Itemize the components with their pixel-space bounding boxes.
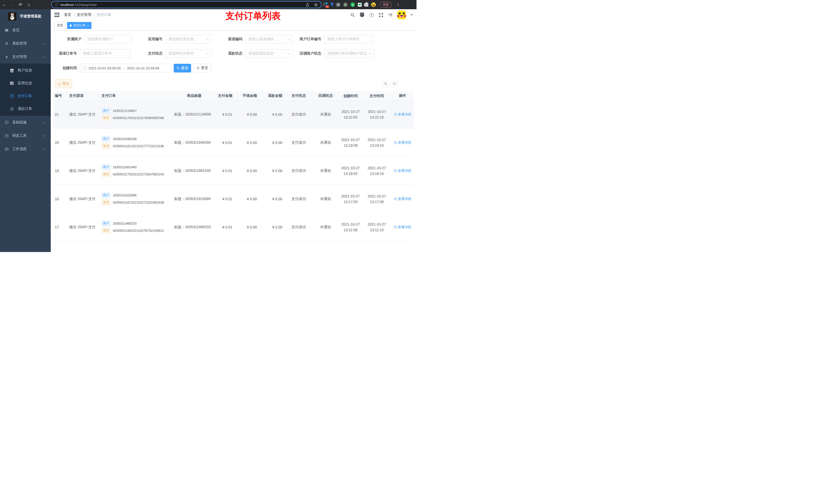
filter-app: 应用编号 请选择应用信息 bbox=[135, 35, 212, 44]
table-row: 18微信 JSAPI 支付商户1635311823086支付4200001167… bbox=[53, 185, 414, 213]
cell-pay-time: 2021-10-2713:22:15 bbox=[364, 109, 389, 120]
sidebar: 芋道管理系统 首页 ⚙ 系统管理 ¥ 支付管理 商户信息 应用信息 ¥ bbox=[0, 9, 51, 252]
extension-icon[interactable]: 10 bbox=[323, 3, 328, 7]
cell-action: 查看详情 bbox=[389, 197, 414, 201]
view-detail-link[interactable]: 查看详情 bbox=[394, 197, 411, 201]
chevron-down-icon bbox=[43, 121, 45, 123]
profile-emoji-icon[interactable] bbox=[371, 2, 376, 7]
sidebar-item-home[interactable]: 首页 bbox=[0, 24, 51, 37]
site-info-icon[interactable]: i bbox=[55, 3, 58, 6]
sidebar-item-infra[interactable]: 基础设施 bbox=[0, 116, 51, 129]
notify-status-select[interactable]: 请选择订单回调商户状态 bbox=[324, 49, 375, 58]
sidebar-item-dev-tools[interactable]: 研发工具 bbox=[0, 129, 51, 142]
avatar[interactable] bbox=[397, 10, 406, 19]
extension-icon[interactable]: ⌘ bbox=[336, 3, 340, 7]
cell-notify-status: 未通知 bbox=[314, 140, 337, 145]
pay-tag: 支付 bbox=[101, 228, 111, 234]
merchant-order-no-input[interactable]: 请输入商户订单编号 bbox=[324, 35, 373, 44]
sidebar-item-merchant-info[interactable]: 商户信息 bbox=[0, 64, 51, 77]
table-refresh-button[interactable] bbox=[390, 80, 399, 88]
app-logo[interactable]: 芋道管理系统 bbox=[0, 9, 51, 24]
reset-button[interactable]: 重置 bbox=[193, 64, 211, 72]
app-select[interactable]: 请选择应用信息 bbox=[165, 35, 212, 44]
cell-fee-amount: ¥ 0.00 bbox=[233, 225, 259, 229]
extensions-puzzle-icon[interactable] bbox=[364, 3, 368, 7]
column-header: 支付时间 bbox=[364, 93, 389, 99]
sidebar-fold-icon[interactable] bbox=[54, 13, 60, 17]
sidebar-item-app-info[interactable]: 应用信息 bbox=[0, 77, 51, 90]
cell-order-no: 商户1635311949168支付42000011812021102777232… bbox=[99, 135, 173, 150]
orders-table-body: 21微信 JSAPI 支付商户1635312124657支付4200001174… bbox=[53, 100, 414, 252]
sidebar-item-label: 系统管理 bbox=[12, 41, 27, 46]
table-row-partial: 商户1635311054796 bbox=[53, 241, 414, 252]
cell-channel: 微信 JSAPI 支付 bbox=[63, 197, 99, 201]
payment-submenu: 商户信息 应用信息 ¥ 支付订单 退款订单 bbox=[0, 64, 51, 116]
view-detail-link[interactable]: 查看详情 bbox=[394, 112, 411, 117]
table-search-toggle-button[interactable] bbox=[382, 80, 390, 88]
table-row: 21微信 JSAPI 支付商户1635312124657支付4200001174… bbox=[53, 100, 414, 128]
store-icon bbox=[10, 68, 14, 72]
view-detail-link[interactable]: 查看详情 bbox=[394, 225, 411, 230]
fullscreen-icon[interactable] bbox=[378, 12, 383, 18]
gear-icon: ⚙ bbox=[5, 42, 9, 46]
cell-pay-amount: ¥ 0.01 bbox=[215, 225, 233, 229]
close-icon[interactable]: × bbox=[87, 24, 89, 27]
filter-label: 应用编号 bbox=[135, 37, 165, 42]
extension-icon[interactable] bbox=[343, 3, 348, 7]
pay-status-select[interactable]: 请选择支付状态 bbox=[165, 49, 212, 58]
sidebar-item-label: 应用信息 bbox=[18, 81, 32, 86]
share-icon[interactable] bbox=[306, 3, 309, 7]
address-bar[interactable]: i localhost:1024/pay/order bbox=[51, 1, 322, 8]
cell-refund-amount: ¥ 0.00 bbox=[259, 225, 283, 229]
cell-create-time: 2021-10-2713:18:02 bbox=[337, 165, 364, 176]
search-icon[interactable] bbox=[350, 12, 355, 18]
sidebar-item-system[interactable]: ⚙ 系统管理 bbox=[0, 37, 51, 50]
filter-label: 回调商户状态 bbox=[277, 51, 324, 56]
cell-order-no: 商户1635311881440支付42000011732021102728479… bbox=[99, 163, 173, 178]
column-header: 回调状态 bbox=[314, 94, 337, 98]
cell-notify-status: 未通知 bbox=[314, 197, 337, 201]
merchant-tag: 商户 bbox=[101, 136, 111, 142]
filter-label: 渠道编码 bbox=[215, 37, 245, 42]
sidebar-item-pay-order[interactable]: ¥ 支付订单 bbox=[0, 90, 51, 102]
merchant-select[interactable]: 请选择所属商户 bbox=[85, 35, 132, 44]
filter-label: 商户订单编号 bbox=[277, 37, 324, 42]
back-icon[interactable]: ← bbox=[0, 0, 8, 9]
search-button[interactable]: 搜索 bbox=[174, 64, 191, 72]
grid-icon bbox=[10, 81, 14, 85]
date-range-picker[interactable]: 2021-10-01 00:00:00 - 2021-10-31 23:59:5… bbox=[80, 64, 172, 72]
font-size-icon[interactable]: TT bbox=[388, 12, 393, 18]
export-button[interactable]: 导出 bbox=[55, 79, 72, 88]
view-detail-link[interactable]: 查看详情 bbox=[394, 169, 411, 173]
chevron-down-icon bbox=[43, 42, 45, 44]
forward-icon[interactable]: → bbox=[8, 0, 16, 9]
github-icon[interactable] bbox=[359, 12, 364, 18]
cell-channel: 微信 JSAPI 支付 bbox=[63, 169, 99, 173]
dashboard-icon bbox=[5, 28, 9, 32]
sidebar-item-payment[interactable]: ¥ 支付管理 bbox=[0, 50, 51, 64]
sidebar-item-refund-order[interactable]: 退款订单 bbox=[0, 102, 51, 115]
view-detail-link[interactable]: 查看详情 bbox=[394, 140, 411, 145]
bookmark-star-icon[interactable] bbox=[314, 3, 318, 7]
filter-merchant: 所属商户 请选择所属商户 bbox=[54, 35, 132, 44]
breadcrumb-payment[interactable]: 支付管理 bbox=[77, 13, 91, 17]
browser-menu-icon[interactable]: ⋮ bbox=[396, 3, 400, 7]
filter-label: 所属商户 bbox=[54, 37, 85, 42]
channel-order-no-input[interactable]: 请输入渠道订单号 bbox=[80, 49, 130, 58]
breadcrumb-home[interactable]: 首页 bbox=[64, 13, 71, 17]
reload-icon[interactable]: ⟳ bbox=[16, 0, 25, 9]
extension-icon[interactable]: y bbox=[351, 2, 355, 7]
extension-icon[interactable] bbox=[358, 3, 362, 7]
tab-pay-order[interactable]: 支付订单 × bbox=[67, 22, 91, 29]
help-icon[interactable]: ? bbox=[369, 12, 374, 18]
home-icon[interactable]: ⌂ bbox=[25, 0, 33, 9]
sidebar-item-label: 首页 bbox=[12, 28, 20, 32]
extension-icon[interactable] bbox=[330, 3, 333, 7]
cell-notify-status: 未通知 bbox=[314, 169, 337, 173]
cell-pay-time: 2021-10-2713:17:08 bbox=[364, 193, 389, 205]
cell-channel: 微信 JSAPI 支付 bbox=[63, 112, 99, 117]
sidebar-item-workflow[interactable]: 工作流程 bbox=[0, 142, 51, 156]
tab-home[interactable]: 首页 bbox=[54, 22, 66, 29]
browser-update-button[interactable]: 更新 bbox=[380, 2, 392, 8]
avatar-caret-icon[interactable] bbox=[410, 14, 413, 16]
